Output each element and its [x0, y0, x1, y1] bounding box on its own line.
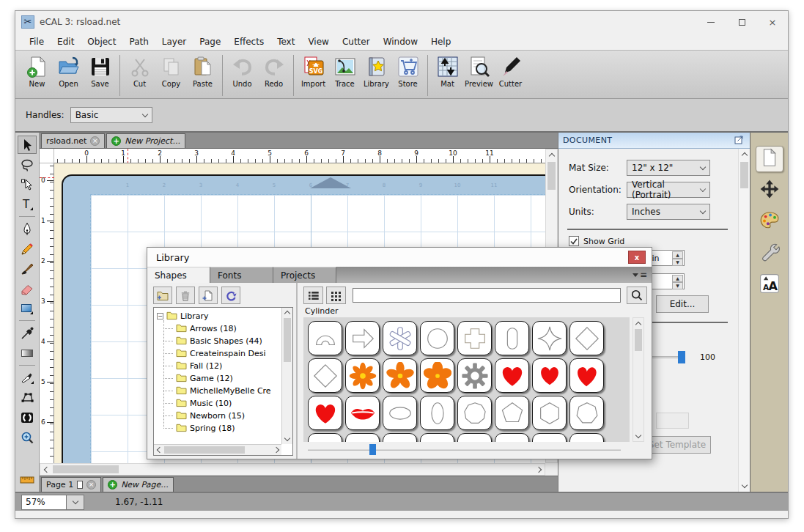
scroll-up-button[interactable]: [282, 308, 292, 317]
eraser-tool[interactable]: [18, 279, 37, 298]
tree-root-library[interactable]: −Library: [157, 310, 281, 322]
mat-size-select[interactable]: 12" x 12": [627, 160, 710, 176]
scroll-down-button[interactable]: [739, 481, 750, 492]
shape-tile-diamond[interactable]: [308, 358, 342, 393]
ruler-tool[interactable]: [18, 470, 37, 489]
set-template-button[interactable]: Set Template: [643, 436, 711, 454]
gradient-tool[interactable]: [18, 344, 37, 362]
library-tab-shapes[interactable]: Shapes: [147, 267, 210, 283]
library-close-button[interactable]: x: [628, 251, 646, 264]
tree-hscroll-thumb[interactable]: [164, 446, 245, 454]
shape-tile-five-petal-flower[interactable]: [383, 358, 417, 393]
tree-item-createinspain-desi[interactable]: Createinspain Desi: [157, 347, 281, 360]
search-button[interactable]: [627, 287, 647, 304]
handles-select[interactable]: Basic: [70, 107, 152, 123]
shape-tile-clipped[interactable]: [569, 433, 604, 442]
edit-button[interactable]: Edit...: [656, 295, 709, 313]
tree-item-game-12-[interactable]: Game (12): [157, 372, 281, 385]
shape-tile-heptagon[interactable]: [569, 396, 604, 430]
shape-tile-clipped[interactable]: [345, 433, 380, 442]
zoom-combo[interactable]: 57%: [21, 495, 84, 510]
tree-item-newborn-15-[interactable]: Newborn (15): [157, 410, 281, 422]
shape-tile-swirl-heart[interactable]: [569, 358, 604, 393]
shape-tile-four-point-star[interactable]: [532, 321, 567, 355]
shape-tile-clipped[interactable]: [308, 433, 342, 442]
tree-item-michellemybelle-cre[interactable]: MichelleMyBelle Cre: [157, 385, 281, 397]
shape-tile-circle[interactable]: [420, 321, 454, 355]
spin-up-icon[interactable]: ▲: [672, 251, 683, 259]
tree-item-music-10-[interactable]: Music (10): [157, 397, 281, 410]
shape-tile-diamond[interactable]: [569, 321, 604, 355]
text-tool[interactable]: T: [18, 195, 37, 213]
shape-tile-gear[interactable]: [457, 358, 492, 393]
mirror-tool[interactable]: [18, 408, 37, 426]
eyedropper-tool[interactable]: [18, 324, 37, 342]
wrench-button[interactable]: [756, 240, 783, 267]
panel-popout-icon[interactable]: [734, 133, 745, 147]
scroll-left-button[interactable]: [40, 464, 51, 475]
shape-tile-daisy-flower[interactable]: [345, 358, 380, 393]
palette-button[interactable]: [756, 209, 783, 235]
close-button[interactable]: ×: [757, 11, 788, 33]
shape-tile-fat-petal-flower[interactable]: [420, 358, 454, 393]
document-properties-button[interactable]: [756, 146, 783, 172]
zoom-dropdown-button[interactable]: [67, 495, 84, 510]
toolbar-import-button[interactable]: SVGImport: [298, 53, 329, 88]
menu-path[interactable]: Path: [122, 34, 155, 49]
add-folder-button[interactable]: [153, 287, 172, 304]
page-tab-page-1[interactable]: Page 1×: [41, 477, 101, 492]
shape-tile-asterisk[interactable]: [383, 321, 417, 355]
shape-tile-horizontal-ellipse[interactable]: [383, 396, 417, 430]
library-search-input[interactable]: [353, 288, 621, 303]
project-tab-new-project-[interactable]: +New Project...: [106, 133, 185, 148]
close-tab-icon[interactable]: ×: [90, 136, 100, 146]
shape-tile-nonagon[interactable]: [457, 396, 492, 430]
tree-item-fall-12-[interactable]: Fall (12): [157, 360, 281, 372]
menu-page[interactable]: Page: [193, 34, 227, 49]
zoom-input[interactable]: 57%: [21, 495, 67, 510]
toolbar-cutter-button[interactable]: Cutter: [495, 53, 526, 88]
scroll-right-button[interactable]: [272, 445, 281, 454]
tree-horizontal-scrollbar[interactable]: [154, 444, 281, 455]
menu-effects[interactable]: Effects: [227, 34, 270, 49]
library-dialog-titlebar[interactable]: Library x: [147, 248, 652, 267]
move-button[interactable]: [756, 177, 783, 204]
zoom-tool[interactable]: [18, 428, 37, 446]
menu-edit[interactable]: Edit: [51, 34, 81, 49]
lasso-tool[interactable]: [18, 155, 37, 174]
toolbar-library-button[interactable]: Library: [361, 53, 392, 88]
maximize-button[interactable]: [726, 11, 757, 33]
scroll-up-button[interactable]: [739, 149, 750, 160]
page-tab-new-page-[interactable]: +New Page...: [103, 477, 174, 492]
menu-view[interactable]: View: [301, 34, 335, 49]
shape-tile-pentagon[interactable]: [495, 396, 529, 430]
library-menu-button[interactable]: ≡: [632, 270, 647, 280]
delete-button[interactable]: [176, 287, 195, 304]
library-tab-projects[interactable]: Projects: [273, 267, 336, 283]
menu-help[interactable]: Help: [424, 34, 457, 49]
grid-view-button[interactable]: [326, 287, 346, 304]
units-select[interactable]: Inches: [627, 204, 710, 220]
canvas-horizontal-scrollbar[interactable]: [40, 463, 545, 476]
spin-down-icon[interactable]: ▼: [672, 259, 683, 266]
knife-tool[interactable]: [18, 369, 37, 387]
shape-tile-clipped[interactable]: [457, 433, 492, 442]
shape-tile-clipped[interactable]: [420, 433, 454, 442]
shape-tile-hexagon[interactable]: [532, 396, 567, 430]
shape-tile-vertical-ellipse[interactable]: [420, 396, 454, 430]
close-tab-icon[interactable]: ×: [86, 480, 96, 489]
menu-text[interactable]: Text: [270, 34, 301, 49]
menu-object[interactable]: Object: [81, 34, 122, 49]
menu-cutter[interactable]: Cutter: [336, 34, 377, 49]
brush-tool[interactable]: [18, 259, 37, 278]
pencil-tool[interactable]: [18, 240, 37, 258]
tree-vertical-scrollbar[interactable]: [281, 308, 292, 444]
template-swatch-button[interactable]: [656, 413, 689, 429]
shape-tile-clipped[interactable]: [495, 433, 529, 442]
minimize-button[interactable]: [696, 11, 726, 33]
panel-scroll-thumb[interactable]: [740, 162, 748, 188]
project-tab-rsload-net[interactable]: rsload.net×: [41, 133, 105, 148]
orientation-select[interactable]: Vertical (Portrait): [627, 182, 710, 198]
shape-tile-clipped[interactable]: [532, 433, 567, 442]
scroll-up-button[interactable]: [633, 318, 643, 328]
